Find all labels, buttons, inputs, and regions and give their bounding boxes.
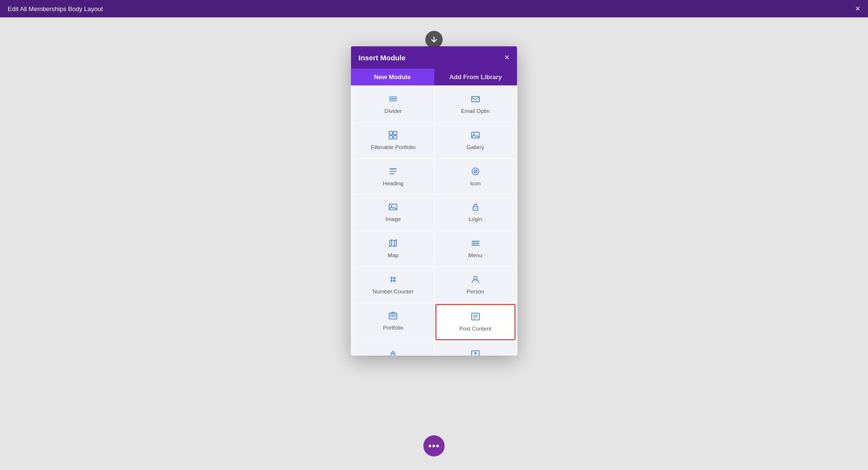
module-item-email-optin[interactable]: Email Optin: [435, 87, 515, 122]
insert-module-modal: Insert Module × New Module Add From Libr…: [351, 46, 517, 356]
login-icon: [470, 202, 480, 213]
email-optin-label: Email Optin: [461, 108, 489, 115]
map-icon: [388, 238, 398, 249]
image-label: Image: [385, 216, 401, 223]
login-label: Login: [468, 216, 482, 223]
image-icon: [388, 202, 398, 213]
module-item-icon[interactable]: Icon: [435, 160, 515, 194]
icon-icon: [470, 166, 480, 178]
post-content-icon: [470, 312, 480, 323]
filterable-portfolio-icon: [388, 130, 398, 141]
svg-point-9: [473, 133, 475, 135]
add-section-bottom-button[interactable]: •••: [423, 435, 445, 456]
module-item-map[interactable]: Map: [353, 232, 434, 266]
add-section-top-button[interactable]: [425, 31, 443, 48]
modal-tabs: New Module Add From Library: [351, 69, 517, 85]
portfolio-icon: [388, 311, 398, 322]
module-item-post-slider[interactable]: Post Slider: [435, 342, 515, 356]
dots-icon: •••: [428, 441, 440, 452]
divider-label: Divider: [384, 108, 402, 115]
top-bar-close-button[interactable]: ×: [855, 4, 860, 13]
person-label: Person: [466, 289, 484, 295]
module-item-image[interactable]: Image: [353, 195, 434, 230]
module-item-gallery[interactable]: Gallery: [435, 124, 515, 158]
modal-title: Insert Module: [359, 54, 406, 62]
svg-point-19: [475, 208, 475, 209]
number-counter-label: Number Counter: [372, 289, 413, 295]
tab-new-module[interactable]: New Module: [351, 69, 434, 85]
divider-icon: [388, 94, 398, 105]
svg-point-15: [475, 171, 475, 172]
module-item-post-navigation[interactable]: Post Navigation: [353, 342, 434, 356]
modal-header: Insert Module ×: [351, 46, 517, 69]
top-bar-title: Edit All Memberships Body Layout: [8, 5, 103, 13]
svg-rect-3: [471, 97, 479, 102]
svg-point-29: [474, 276, 477, 279]
filterable-portfolio-label: Filterable Portfolio: [370, 144, 415, 151]
module-item-portfolio[interactable]: Portfolio: [353, 304, 434, 340]
module-item-heading[interactable]: Heading: [353, 160, 434, 194]
heading-icon: [388, 166, 398, 178]
portfolio-label: Portfolio: [383, 325, 403, 332]
tab-add-from-library[interactable]: Add From Library: [434, 69, 517, 85]
gallery-label: Gallery: [466, 144, 484, 151]
module-grid: DividerEmail OptinFilterable PortfolioGa…: [351, 85, 517, 356]
svg-rect-6: [389, 136, 393, 139]
svg-rect-8: [471, 132, 479, 138]
person-icon: [470, 275, 480, 286]
top-bar: Edit All Memberships Body Layout ×: [0, 0, 868, 17]
module-item-login[interactable]: Login: [435, 195, 515, 230]
module-item-number-counter[interactable]: Number Counter: [353, 268, 434, 302]
module-item-person[interactable]: Person: [435, 268, 515, 302]
email-optin-icon: [470, 94, 480, 105]
svg-rect-7: [393, 136, 397, 139]
menu-label: Menu: [468, 252, 482, 259]
modal-close-button[interactable]: ×: [504, 53, 510, 62]
svg-rect-16: [389, 204, 397, 210]
menu-icon: [470, 238, 480, 249]
svg-rect-32: [393, 315, 395, 317]
arrow-down-icon: [430, 36, 438, 43]
post-slider-icon: [470, 349, 480, 356]
gallery-icon: [470, 130, 480, 141]
module-item-menu[interactable]: Menu: [435, 232, 515, 266]
svg-rect-31: [391, 315, 393, 317]
svg-rect-5: [393, 131, 397, 135]
module-item-post-content[interactable]: Post Content: [435, 304, 515, 340]
svg-rect-4: [389, 131, 393, 135]
svg-point-17: [391, 206, 392, 207]
icon-label: Icon: [470, 180, 480, 187]
module-list[interactable]: DividerEmail OptinFilterable PortfolioGa…: [351, 85, 517, 356]
post-content-label: Post Content: [459, 326, 491, 332]
post-navigation-icon: [388, 349, 398, 356]
heading-label: Heading: [382, 180, 403, 187]
module-item-divider[interactable]: Divider: [353, 87, 434, 122]
map-label: Map: [388, 252, 398, 259]
number-counter-icon: [388, 275, 398, 286]
module-item-filterable-portfolio[interactable]: Filterable Portfolio: [353, 124, 434, 158]
canvas: Insert Module × New Module Add From Libr…: [0, 17, 868, 470]
